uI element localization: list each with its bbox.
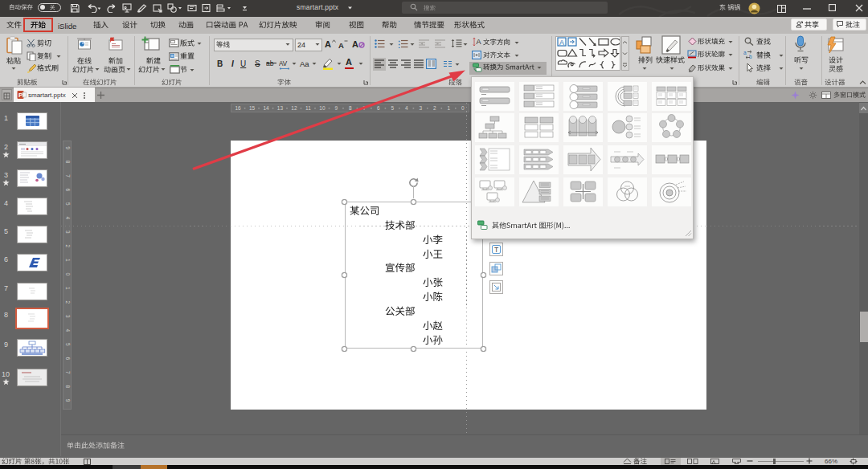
svg-text:13: 13 <box>277 105 284 111</box>
svg-text:6: 6 <box>377 105 380 111</box>
svg-text:6: 6 <box>65 357 71 360</box>
svg-text:12: 12 <box>291 105 297 111</box>
svg-text:2: 2 <box>433 105 436 111</box>
svg-text:1: 1 <box>447 105 450 111</box>
svg-text:b: b <box>749 54 752 59</box>
svg-text:8: 8 <box>349 105 352 111</box>
svg-text:2: 2 <box>65 245 71 248</box>
svg-text:10: 10 <box>319 105 326 111</box>
svg-text:1: 1 <box>65 287 71 290</box>
svg-text:14: 14 <box>263 105 269 111</box>
svg-text:1: 1 <box>65 259 71 262</box>
svg-text:9: 9 <box>65 399 71 402</box>
svg-text:11: 11 <box>305 105 311 111</box>
svg-text:5: 5 <box>391 105 394 111</box>
svg-text:16: 16 <box>235 105 241 111</box>
svg-text:4: 4 <box>65 217 71 220</box>
svg-text:9: 9 <box>65 146 71 149</box>
svg-text:8: 8 <box>65 161 71 164</box>
svg-text:5: 5 <box>65 202 71 206</box>
svg-text:7: 7 <box>65 174 71 177</box>
svg-text:a: a <box>743 50 747 55</box>
svg-text:6: 6 <box>65 189 71 192</box>
svg-text:0: 0 <box>65 272 71 275</box>
svg-text:3: 3 <box>65 315 71 318</box>
svg-text:7: 7 <box>362 105 366 111</box>
svg-text:2: 2 <box>65 300 71 304</box>
svg-text:A: A <box>559 39 564 47</box>
svg-text:A: A <box>477 38 481 46</box>
svg-text:0: 0 <box>461 105 465 111</box>
svg-text:3: 3 <box>65 230 71 234</box>
svg-text:5: 5 <box>64 343 70 346</box>
svg-text:3: 3 <box>419 105 422 111</box>
svg-text:4: 4 <box>65 328 71 332</box>
svg-text:15: 15 <box>249 105 256 111</box>
svg-text:7: 7 <box>65 371 71 374</box>
svg-text:T: T <box>494 246 498 254</box>
svg-text:9: 9 <box>335 105 338 111</box>
svg-text:4: 4 <box>405 105 408 111</box>
svg-text:8: 8 <box>65 385 71 388</box>
